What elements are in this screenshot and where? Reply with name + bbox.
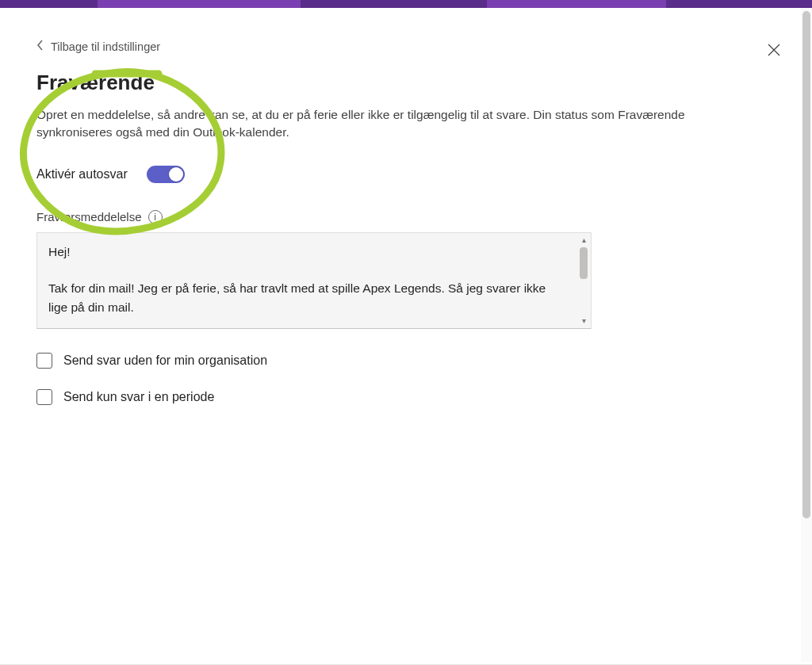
- autosvar-toggle-row: Aktivér autosvar: [36, 166, 776, 183]
- content-area: Tilbage til indstillinger Fraværende Opr…: [0, 8, 812, 664]
- page-title: Fraværende: [36, 71, 776, 95]
- scroll-up-icon[interactable]: ▴: [578, 235, 589, 246]
- message-scrollbar-thumb[interactable]: [580, 247, 588, 279]
- option-outside-org-label: Send svar uden for min organisation: [63, 354, 267, 368]
- browser-tabstrip: [0, 0, 812, 8]
- chevron-left-icon: [36, 40, 44, 53]
- reply-options: Send svar uden for min organisation Send…: [36, 353, 776, 405]
- back-link-label: Tilbage til indstillinger: [51, 40, 160, 53]
- page-description: Opret en meddelelse, så andre kan se, at…: [36, 106, 750, 142]
- checkbox-outside-org[interactable]: [36, 353, 52, 369]
- message-section-label-row: Fraværsmeddelelse i: [36, 210, 776, 224]
- option-period-only[interactable]: Send kun svar i en periode: [36, 389, 776, 405]
- autosvar-toggle-label: Aktivér autosvar: [36, 167, 128, 182]
- toggle-knob: [169, 167, 183, 182]
- settings-panel: Tilbage til indstillinger Fraværende Opr…: [0, 8, 812, 665]
- option-period-only-label: Send kun svar i en periode: [63, 390, 214, 404]
- info-icon[interactable]: i: [148, 210, 163, 224]
- autosvar-toggle[interactable]: [147, 166, 185, 183]
- checkbox-period-only[interactable]: [36, 389, 52, 405]
- message-scrollbar[interactable]: ▴ ▾: [578, 235, 589, 327]
- message-section-label: Fraværsmeddelelse: [36, 210, 142, 224]
- scroll-down-icon[interactable]: ▾: [578, 315, 589, 327]
- away-message-editor: ▴ ▾: [36, 232, 592, 329]
- back-to-settings-link[interactable]: Tilbage til indstillinger: [36, 40, 776, 53]
- option-outside-org[interactable]: Send svar uden for min organisation: [36, 353, 776, 369]
- away-message-input[interactable]: [37, 233, 576, 328]
